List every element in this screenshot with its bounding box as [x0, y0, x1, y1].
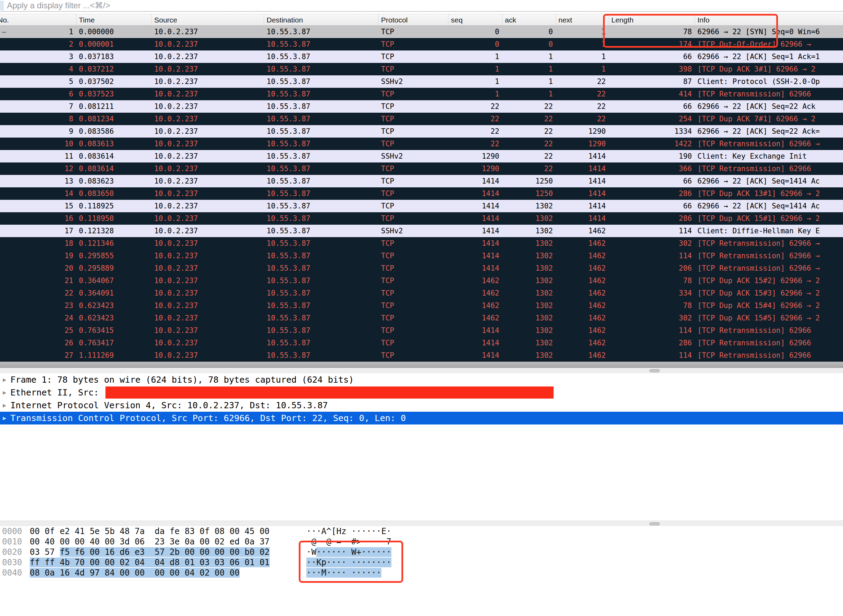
cell-len: 114: [609, 249, 695, 262]
packet-row-11[interactable]: 110.08361410.0.2.23710.55.3.87SSHv212902…: [0, 150, 843, 163]
hex-row-0000[interactable]: 000000 0f e2 41 5e 5b 48 7a da fe 83 0f …: [0, 526, 843, 537]
details-hex-splitter[interactable]: [0, 521, 843, 526]
column-header-len[interactable]: Length: [609, 14, 695, 25]
cell-dst: 10.55.3.87: [264, 100, 378, 113]
hex-row-0030[interactable]: 0030ff ff 4b 70 00 00 02 04 04 d8 01 03 …: [0, 557, 843, 568]
splitter-grip-icon[interactable]: [649, 522, 660, 525]
cell-len: 206: [609, 262, 695, 274]
detail-line-tcp[interactable]: ▸Transmission Control Protocol, Src Port…: [0, 412, 843, 424]
hex-row-0020[interactable]: 002003 57 f5 f6 00 16 d6 e3 57 2b 00 00 …: [0, 547, 843, 557]
cell-time: 0.118950: [76, 212, 151, 225]
packet-row-10[interactable]: 100.08361310.0.2.23710.55.3.87TCP2222129…: [0, 138, 843, 150]
packet-details-pane: ▸Frame 1: 78 bytes on wire (624 bits), 7…: [0, 373, 843, 424]
column-header-next[interactable]: next: [556, 14, 609, 25]
filter-bookmark-icon[interactable]: [0, 1, 3, 10]
cell-next: 1414: [556, 175, 609, 187]
packet-row-4[interactable]: 40.03721210.0.2.23710.55.3.87TCP111398[T…: [0, 63, 843, 75]
cell-info: [TCP Dup ACK 3#1] 62966 → 2: [695, 63, 843, 75]
column-header-proto[interactable]: Protocol: [378, 14, 448, 25]
cell-no: 25: [0, 324, 76, 337]
cell-seq: 1414: [448, 262, 502, 274]
cell-info: [TCP Retransmission] 62966 →: [695, 249, 843, 262]
cell-dst: 10.55.3.87: [264, 125, 378, 138]
column-header-seq[interactable]: seq: [448, 14, 502, 25]
cell-ack: 1250: [502, 175, 556, 187]
cell-info: [TCP Dup ACK 15#5] 62966 → 2: [695, 312, 843, 324]
packet-row-14[interactable]: 140.08365010.0.2.23710.55.3.87TCP1414125…: [0, 187, 843, 200]
cell-info: [TCP Retransmission] 62966: [695, 349, 843, 362]
hex-row-0040[interactable]: 004008 0a 16 4d 97 84 00 00 00 00 04 02 …: [0, 568, 843, 578]
expand-arrow-icon[interactable]: ▸: [3, 386, 6, 399]
packet-row-20[interactable]: 200.29588910.0.2.23710.55.3.87TCP1414130…: [0, 262, 843, 274]
cell-ack: 1302: [502, 337, 556, 349]
packet-row-1[interactable]: –10.00000010.0.2.23710.55.3.87TCP0017862…: [0, 26, 843, 38]
cell-len: 87: [609, 75, 695, 88]
packet-row-18[interactable]: 180.12134610.0.2.23710.55.3.87TCP1414130…: [0, 237, 843, 249]
packet-row-15[interactable]: 150.11892510.0.2.23710.55.3.87TCP1414130…: [0, 200, 843, 212]
cell-ack: 1302: [502, 249, 556, 262]
cell-proto: TCP: [378, 299, 448, 312]
cell-next: 1414: [556, 200, 609, 212]
packet-row-8[interactable]: 80.08123410.0.2.23710.55.3.87TCP22222225…: [0, 113, 843, 125]
cell-proto: TCP: [378, 88, 448, 100]
cell-len: 66: [609, 200, 695, 212]
cell-dst: 10.55.3.87: [264, 163, 378, 175]
packet-row-21[interactable]: 210.36406710.0.2.23710.55.3.87TCP1462130…: [0, 274, 843, 287]
detail-line-frame[interactable]: ▸Frame 1: 78 bytes on wire (624 bits), 7…: [0, 373, 843, 386]
packet-row-16[interactable]: 160.11895010.0.2.23710.55.3.87TCP1414130…: [0, 212, 843, 225]
cell-next: 1462: [556, 237, 609, 249]
cell-ack: 22: [502, 150, 556, 163]
cell-info: Client: Protocol (SSH-2.0-Op: [695, 75, 843, 88]
cell-src: 10.0.2.237: [151, 63, 264, 75]
column-header-no[interactable]: No.: [0, 14, 76, 25]
cell-no: 1: [0, 26, 76, 38]
hex-row-0010[interactable]: 001000 40 00 00 40 00 3d 06 23 3e 0a 00 …: [0, 537, 843, 547]
cell-no: 2: [0, 38, 76, 50]
packet-row-7[interactable]: 70.08121110.0.2.23710.55.3.87TCP22222266…: [0, 100, 843, 113]
cell-no: 27: [0, 349, 76, 362]
cell-seq: 1414: [448, 175, 502, 187]
cell-proto: TCP: [378, 26, 448, 38]
column-header-time[interactable]: Time: [76, 14, 151, 25]
list-details-splitter[interactable]: [0, 362, 843, 368]
cell-time: 0.037212: [76, 63, 151, 75]
cell-next: 1462: [556, 287, 609, 299]
column-header-info[interactable]: Info: [695, 14, 843, 25]
cell-seq: 1: [448, 88, 502, 100]
expand-arrow-icon[interactable]: ▸: [3, 412, 6, 424]
packet-row-3[interactable]: 30.03718310.0.2.23710.55.3.87TCP11166629…: [0, 50, 843, 63]
cell-proto: TCP: [378, 38, 448, 50]
cell-info: Client: Diffie-Hellman Key E: [695, 225, 843, 237]
column-header-dst[interactable]: Destination: [264, 14, 378, 25]
expand-arrow-icon[interactable]: ▸: [3, 399, 6, 412]
cell-seq: 1414: [448, 200, 502, 212]
packet-row-9[interactable]: 90.08358610.0.2.23710.55.3.87TCP22221290…: [0, 125, 843, 138]
packet-list-header: No.TimeSourceDestinationProtocolseqackne…: [0, 14, 843, 26]
cell-src: 10.0.2.237: [151, 38, 264, 50]
packet-row-25[interactable]: 250.76341510.0.2.23710.55.3.87TCP1414130…: [0, 324, 843, 337]
cell-src: 10.0.2.237: [151, 88, 264, 100]
cell-info: [TCP Dup ACK 15#1] 62966 → 2: [695, 212, 843, 225]
detail-line-ip[interactable]: ▸Internet Protocol Version 4, Src: 10.0.…: [0, 399, 843, 412]
cell-len: 190: [609, 150, 695, 163]
packet-row-2[interactable]: 20.00000110.0.2.23710.55.3.87TCP001174[T…: [0, 38, 843, 50]
column-header-ack[interactable]: ack: [502, 14, 556, 25]
packet-row-12[interactable]: 120.08361410.0.2.23710.55.3.87TCP1290221…: [0, 163, 843, 175]
column-header-src[interactable]: Source: [151, 14, 264, 25]
cell-len: 414: [609, 88, 695, 100]
packet-row-26[interactable]: 260.76341710.0.2.23710.55.3.87TCP1414130…: [0, 337, 843, 349]
packet-row-22[interactable]: 220.36409110.0.2.23710.55.3.87TCP1462130…: [0, 287, 843, 299]
packet-row-5[interactable]: 50.03750210.0.2.23710.55.3.87SSHv2112287…: [0, 75, 843, 88]
packet-row-17[interactable]: 170.12132810.0.2.23710.55.3.87SSHv214141…: [0, 225, 843, 237]
packet-row-27[interactable]: 271.11126910.0.2.23710.55.3.87TCP1414130…: [0, 349, 843, 362]
packet-row-19[interactable]: 190.29585510.0.2.23710.55.3.87TCP1414130…: [0, 249, 843, 262]
packet-row-23[interactable]: 230.62342310.0.2.23710.55.3.87TCP1462130…: [0, 299, 843, 312]
packet-row-24[interactable]: 240.62342310.0.2.23710.55.3.87TCP1462130…: [0, 312, 843, 324]
splitter-grip-icon[interactable]: [649, 369, 660, 372]
cell-info: [TCP Dup ACK 15#4] 62966 → 2: [695, 299, 843, 312]
expand-arrow-icon[interactable]: ▸: [3, 373, 6, 386]
detail-line-ethernet[interactable]: ▸Ethernet II, Src:: [0, 386, 843, 399]
packet-row-6[interactable]: 60.03752310.0.2.23710.55.3.87TCP1122414[…: [0, 88, 843, 100]
packet-row-13[interactable]: 130.08362310.0.2.23710.55.3.87TCP1414125…: [0, 175, 843, 187]
display-filter-input[interactable]: [7, 1, 843, 10]
